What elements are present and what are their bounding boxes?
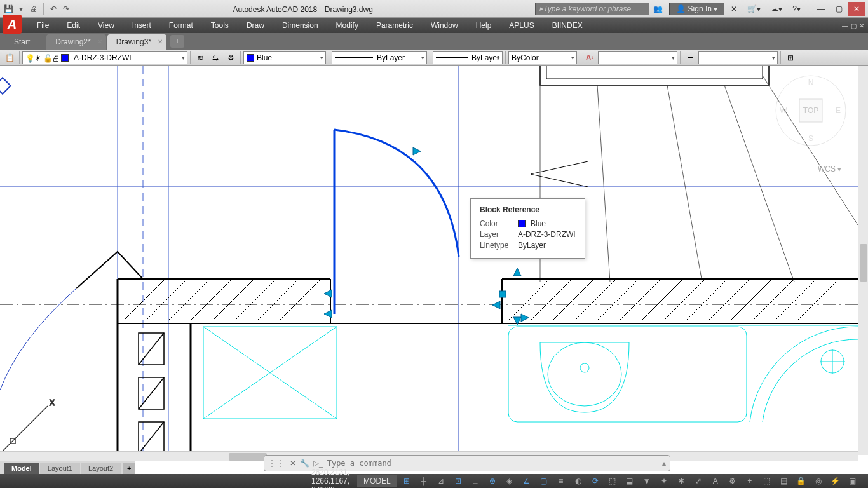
lock-ui-icon[interactable]: 🔒 [793,475,810,487]
textstyle-icon[interactable]: A↓ [583,51,597,65]
table-style-icon[interactable]: ⊞ [783,51,797,65]
wcs-label[interactable]: WCS ▾ [818,165,841,173]
layer-prev-icon[interactable]: ⇆ [208,51,222,65]
menu-window[interactable]: Window [422,18,467,32]
vertical-scrollbar[interactable] [858,66,868,455]
clean-screen-icon[interactable]: ▣ [844,475,861,487]
layout-tab-layout2[interactable]: Layout2 [81,463,121,474]
tab-drawing2[interactable]: Drawing2*✕ [46,34,105,50]
transparency-icon[interactable]: ◐ [570,475,587,487]
plotstyle-combo[interactable]: ByColor [508,51,577,64]
new-tab-button[interactable]: + [170,35,184,48]
tooltip-key: Layer [480,230,518,239]
dimstyle-combo[interactable] [698,51,778,64]
menu-draw[interactable]: Draw [238,18,273,32]
lineweight-combo[interactable]: ByLayer [433,51,503,64]
annotation-visibility-icon[interactable]: ✱ [673,475,689,487]
search-input[interactable]: ▸ Type a keyword or phrase [535,3,649,15]
3dosnap-icon[interactable]: ⬚ [604,475,621,487]
selection-filter-icon[interactable]: ▼ [639,475,655,487]
menu-file[interactable]: File [28,18,58,32]
drag-handle-icon[interactable]: ⋮⋮ [268,459,286,468]
tab-start[interactable]: Start [5,34,45,50]
viewcube[interactable]: TOP N E W S [773,72,849,149]
scrollbar-thumb[interactable] [229,453,267,461]
annotation-monitor-icon[interactable]: + [742,475,758,487]
menu-insert[interactable]: Insert [123,18,160,32]
scrollbar-thumb[interactable] [860,244,867,282]
textstyle-combo[interactable] [598,51,677,64]
close-icon[interactable]: ✕ [290,459,296,468]
customize-icon[interactable]: 🔧 [300,459,309,468]
osnap-2d-icon[interactable]: ▢ [536,475,552,487]
menu-dimension[interactable]: Dimension [273,18,327,32]
polar-icon[interactable]: ⊛ [484,475,501,487]
add-layout-button[interactable]: + [123,463,135,474]
cart-icon[interactable]: 🛒▾ [743,3,764,15]
layer-combo[interactable]: 💡 ☀ 🔓 🖨 A-DRZ-3-DRZWI [22,51,187,64]
menu-help[interactable]: Help [467,18,501,32]
menu-tools[interactable]: Tools [202,18,238,32]
app-logo[interactable]: A [3,15,22,34]
maximize-button[interactable]: ▢ [830,2,848,16]
history-icon[interactable]: ▴ [662,459,666,468]
selection-cycle-icon[interactable]: ⟳ [587,475,604,487]
layer-manager-icon[interactable]: 📋 [3,51,17,65]
exchange-icon[interactable]: ✕ [727,3,741,15]
autoscale-icon[interactable]: ⤢ [690,475,707,487]
units-icon[interactable]: ⬚ [759,475,775,487]
dim-style-icon[interactable]: ⊢ [683,51,697,65]
dynamic-ucs-icon[interactable]: ⬓ [621,475,638,487]
close-icon[interactable]: ✕ [158,38,163,45]
linetype-combo[interactable]: ByLayer [332,51,427,64]
command-input[interactable] [327,459,658,468]
isolate-icon[interactable]: ◎ [810,475,827,487]
menu-view[interactable]: View [89,18,123,32]
hardware-accel-icon[interactable]: ⚡ [827,475,844,487]
workspace-icon[interactable]: ⚙ [724,475,741,487]
dynamic-input-icon[interactable]: ⊡ [450,475,466,487]
isoplane-icon[interactable]: ◈ [501,475,518,487]
coordinates[interactable]: 2820.2131, 1266.1167, 0.0000 [305,468,356,488]
doc-minimize-icon[interactable]: — [842,22,848,29]
open-icon[interactable]: ▾ [17,4,25,13]
minimize-button[interactable]: — [812,2,830,16]
menu-format[interactable]: Format [160,18,202,32]
menu-parametric[interactable]: Parametric [367,18,422,32]
customize-icon[interactable]: ≡ [862,475,868,487]
menu-aplus[interactable]: APLUS [500,18,543,32]
doc-close-icon[interactable]: ✕ [859,22,864,29]
help-icon[interactable]: ?▾ [789,3,804,15]
close-icon[interactable]: ✕ [97,38,102,45]
signin-button[interactable]: 👤 Sign In ▾ [669,3,724,15]
close-button[interactable]: ✕ [848,2,865,16]
snap-icon[interactable]: ┼ [416,475,432,487]
space-toggle[interactable]: MODEL [357,475,397,487]
annotation-scale-icon[interactable]: A [707,475,724,487]
layer-iso-icon[interactable]: ≋ [193,51,207,65]
layout-tab-layout1[interactable]: Layout1 [40,463,80,474]
color-combo[interactable]: Blue [243,51,326,64]
save-icon[interactable]: 💾 [4,4,13,13]
grid-icon[interactable]: ⊞ [398,475,415,487]
ortho-icon[interactable]: ∟ [467,475,484,487]
tab-drawing3[interactable]: Drawing3*✕ [107,34,166,50]
infocenter-icon[interactable]: 👥 [649,3,667,15]
layer-states-icon[interactable]: ⚙ [224,51,238,65]
lineweight-icon[interactable]: ≡ [553,475,569,487]
undo-icon[interactable]: ↶ [49,4,58,13]
menu-edit[interactable]: Edit [58,18,89,32]
plot-icon[interactable]: 🖨 [29,4,38,13]
redo-icon[interactable]: ↷ [62,4,71,13]
drawing-canvas[interactable]: X Y TOP N E W S WCS ▾ Block Reference Co… [0,66,868,455]
layout-tab-model[interactable]: Model [4,463,39,474]
quick-props-icon[interactable]: ▤ [776,475,792,487]
doc-restore-icon[interactable]: ▢ [851,22,857,29]
menu-modify[interactable]: Modify [327,18,367,32]
infer-icon[interactable]: ⊿ [433,475,449,487]
cloud-icon[interactable]: ☁▾ [767,3,786,15]
gizmo-icon[interactable]: ✦ [656,475,672,487]
menu-biindex[interactable]: BIINDEX [543,18,592,32]
tab-label: Drawing3* [116,37,151,46]
osnap-track-icon[interactable]: ∠ [519,475,535,487]
